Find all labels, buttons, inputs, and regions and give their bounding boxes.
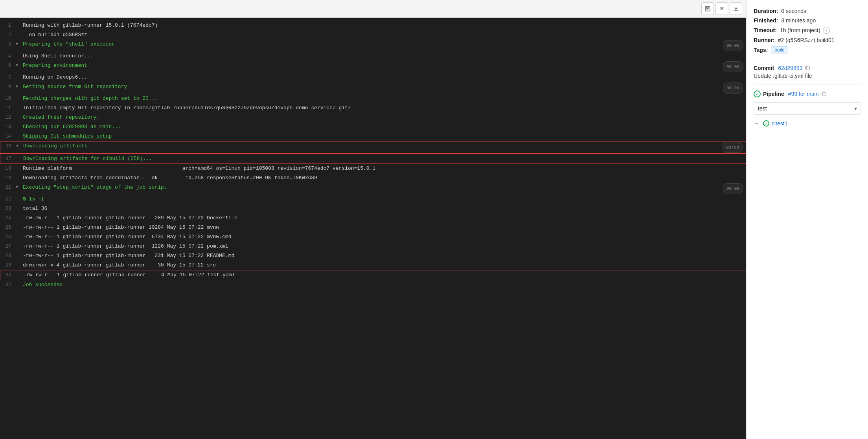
line-number: 25 — [2, 223, 16, 232]
log-text: Preparing the "shell" executor — [23, 40, 723, 49]
log-line: 21▼Executing "step_script" stage of the … — [0, 183, 746, 195]
collapse-button[interactable]: ▼ — [16, 142, 23, 151]
line-number: 18 — [2, 164, 16, 173]
log-line: 19Downloading artifacts from coordinator… — [0, 173, 746, 183]
collapse-button[interactable]: ▼ — [16, 61, 23, 70]
timeout-help-icon[interactable]: ? — [823, 27, 830, 34]
log-line: 12Created fresh repository. — [0, 113, 746, 122]
commit-link[interactable]: 62d29893 — [778, 65, 802, 71]
log-line: 24-rw-rw-r-- 1 gitlab-runner gitlab-runn… — [0, 213, 746, 223]
commit-message-row: Update .gitlab-ci.yml file — [754, 73, 861, 79]
commit-row: Commit 62d29893 — [754, 65, 861, 71]
log-text: -rw-rw-r-- 1 gitlab-runner gitlab-runner… — [23, 242, 743, 251]
time-badge: 00:01 — [723, 83, 743, 94]
log-text: Using Shell executor... — [23, 52, 743, 61]
log-text: Job succeeded — [23, 281, 743, 289]
log-text: Running with gitlab-runner 15.0.1 (7674e… — [23, 21, 743, 30]
log-text: Executing "step_script" stage of the job… — [23, 183, 723, 192]
log-line: 18Runtime platform arch=amd64 os=linux p… — [0, 164, 746, 173]
log-text: Downloading artifacts from coordinator..… — [23, 174, 743, 182]
job-arrow-icon: → — [754, 120, 759, 127]
tags-label: Tags: — [754, 47, 768, 53]
log-line: 26-rw-rw-r-- 1 gitlab-runner gitlab-runn… — [0, 232, 746, 242]
log-line: 14Skipping Git submodules setup — [0, 132, 746, 141]
line-number: 1 — [2, 21, 16, 30]
job-link-row: → ✓ citest1 — [754, 120, 861, 127]
line-number: 21 — [2, 183, 16, 192]
pipeline-row: ✓ Pipeline #99 for main — [754, 90, 861, 97]
log-text: on build01 q5S6RSzz — [23, 31, 743, 39]
log-line: 25-rw-rw-r-- 1 gitlab-runner gitlab-runn… — [0, 223, 746, 232]
log-line: 7Running on Devops6... — [0, 73, 746, 82]
log-line: 13Checking out 62d29893 as main... — [0, 122, 746, 132]
runner-row: Runner: #2 (q5S6RSzz) build01 — [754, 37, 861, 43]
job-status-icon: ✓ — [763, 120, 769, 127]
job-sidebar: Duration: 0 seconds Finished: 3 minutes … — [746, 0, 868, 439]
svg-rect-7 — [823, 93, 826, 96]
line-number: 32 — [2, 281, 16, 289]
line-number: 27 — [2, 242, 16, 251]
line-number: 13 — [2, 123, 16, 131]
line-number: 12 — [2, 113, 16, 122]
raw-log-button[interactable] — [701, 2, 714, 15]
line-number: 7 — [2, 73, 16, 82]
log-line: 29drwxrwxr-x 4 gitlab-runner gitlab-runn… — [0, 261, 746, 270]
log-output: 1Running with gitlab-runner 15.0.1 (7674… — [0, 18, 746, 439]
log-line: 22$ ls -l — [0, 195, 746, 204]
log-text: -rw-rw-r-- 1 gitlab-runner gitlab-runner… — [23, 214, 743, 222]
collapse-button[interactable]: ▼ — [16, 183, 23, 192]
line-number: 9 — [2, 83, 16, 91]
commit-message: Update .gitlab-ci.yml file — [754, 73, 812, 79]
divider-1 — [754, 59, 861, 59]
collapse-button[interactable]: ▼ — [16, 83, 23, 91]
log-line: 9▼Getting source from Git repository00:0… — [0, 82, 746, 94]
log-line: 30-rw-rw-r-- 1 gitlab-runner gitlab-runn… — [0, 270, 746, 280]
duration-row: Duration: 0 seconds — [754, 8, 861, 14]
log-line: 10Fetching changes with git depth set to… — [0, 94, 746, 103]
copy-pipeline-icon[interactable] — [821, 91, 827, 97]
scroll-top-button[interactable] — [715, 2, 728, 15]
timeout-value: 1h (from project) — [780, 27, 820, 33]
line-number: 10 — [2, 94, 16, 103]
log-text: Running on Devops6... — [23, 73, 743, 82]
line-number: 6 — [2, 61, 16, 70]
log-text: $ ls -l — [23, 195, 743, 204]
stage-dropdown-container[interactable]: test build deploy — [754, 102, 861, 115]
log-text: -rw-rw-r-- 1 gitlab-runner gitlab-runner… — [23, 252, 743, 260]
tag-badge: build — [771, 46, 788, 53]
runner-label: Runner: — [754, 37, 775, 43]
log-panel: 1Running with gitlab-runner 15.0.1 (7674… — [0, 0, 746, 439]
duration-value: 0 seconds — [781, 8, 806, 14]
log-line: 32Job succeeded — [0, 280, 746, 290]
scroll-bottom-button[interactable] — [730, 2, 742, 15]
log-text: -rw-rw-r-- 1 gitlab-runner gitlab-runner… — [23, 271, 743, 279]
finished-value: 3 minutes ago — [781, 17, 816, 24]
line-number: 16 — [2, 142, 16, 151]
line-number: 24 — [2, 214, 16, 222]
log-text: Initialized empty Git repository in /hom… — [23, 104, 743, 112]
finished-row: Finished: 3 minutes ago — [754, 17, 861, 24]
log-line: 28-rw-rw-r-- 1 gitlab-runner gitlab-runn… — [0, 251, 746, 261]
collapse-button[interactable]: ▼ — [16, 40, 23, 49]
line-number: 19 — [2, 174, 16, 182]
log-text: Fetching changes with git depth set to 2… — [23, 94, 743, 103]
copy-commit-icon[interactable] — [805, 65, 810, 71]
time-badge: 00:00 — [723, 183, 743, 194]
time-badge: 00:00 — [723, 142, 743, 153]
log-line: 17Downloading artifacts for cibuild (258… — [0, 154, 746, 164]
log-line: 23total 36 — [0, 204, 746, 213]
duration-label: Duration: — [754, 8, 778, 14]
log-text: Runtime platform arch=amd64 os=linux pid… — [23, 164, 743, 173]
timeout-label: Timeout: — [754, 27, 777, 33]
log-line: 4Using Shell executor... — [0, 51, 746, 61]
svg-rect-6 — [806, 67, 809, 70]
time-badge: 00:00 — [723, 61, 743, 72]
job-link[interactable]: citest1 — [772, 120, 787, 127]
stage-dropdown[interactable]: test build deploy — [754, 102, 861, 115]
log-line: 11Initialized empty Git repository in /h… — [0, 103, 746, 113]
pipeline-link[interactable]: #99 for main — [788, 91, 819, 97]
tags-row: Tags: build — [754, 46, 861, 53]
pipeline-label: Pipeline — [763, 91, 784, 97]
line-number: 3 — [2, 40, 16, 49]
log-text: Skipping Git submodules setup — [23, 132, 743, 141]
